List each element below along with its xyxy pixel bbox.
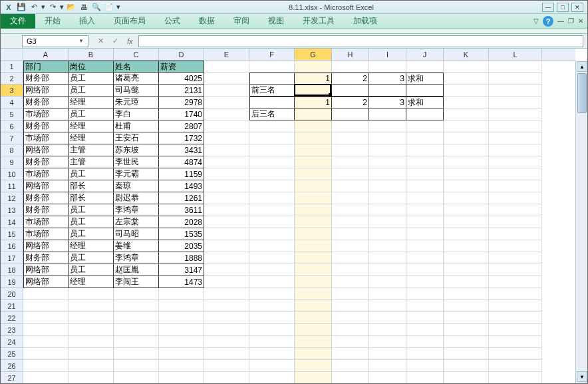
cell-L13[interactable] bbox=[489, 204, 542, 216]
save-icon[interactable]: 💾 bbox=[16, 2, 27, 13]
cell-B22[interactable] bbox=[69, 312, 114, 324]
cell-F3[interactable]: 前三名 bbox=[249, 85, 295, 96]
cell-I17[interactable] bbox=[369, 252, 406, 264]
doc-close-icon[interactable]: ✕ bbox=[578, 17, 583, 25]
row-header-27[interactable]: 27 bbox=[1, 372, 23, 384]
cell-K4[interactable] bbox=[444, 96, 489, 108]
row-header-26[interactable]: 26 bbox=[1, 360, 23, 372]
cell-A12[interactable]: 财务部 bbox=[23, 192, 69, 204]
cell-K21[interactable] bbox=[444, 300, 489, 312]
cell-A20[interactable] bbox=[23, 288, 69, 300]
cell-K26[interactable] bbox=[444, 360, 489, 372]
cell-E24[interactable] bbox=[204, 336, 249, 348]
cell-C25[interactable] bbox=[114, 348, 159, 360]
cell-E13[interactable] bbox=[204, 204, 249, 216]
cell-D8[interactable]: 3431 bbox=[159, 144, 204, 156]
cells-area[interactable]: 部门岗位姓名薪资财务部员工诸葛亮4025123求和网络部员工司马懿2131前三名… bbox=[23, 61, 575, 383]
cell-F18[interactable] bbox=[249, 264, 295, 276]
cell-I11[interactable] bbox=[369, 180, 406, 192]
cell-E23[interactable] bbox=[204, 324, 249, 336]
close-button[interactable]: ✕ bbox=[571, 3, 583, 12]
tab-insert[interactable]: 插入 bbox=[70, 14, 104, 29]
tab-file[interactable]: 文件 bbox=[1, 14, 35, 29]
cell-C4[interactable]: 朱元璋 bbox=[114, 96, 159, 108]
cell-L5[interactable] bbox=[489, 108, 542, 120]
cell-H21[interactable] bbox=[332, 300, 369, 312]
col-header-J[interactable]: J bbox=[406, 49, 444, 60]
cell-L19[interactable] bbox=[489, 276, 542, 288]
cell-L8[interactable] bbox=[489, 144, 542, 156]
row-header-19[interactable]: 19 bbox=[1, 276, 23, 288]
cell-H17[interactable] bbox=[332, 252, 369, 264]
cell-C23[interactable] bbox=[114, 324, 159, 336]
cell-A8[interactable]: 网络部 bbox=[23, 144, 69, 156]
cell-H19[interactable] bbox=[332, 276, 369, 288]
cell-A14[interactable]: 市场部 bbox=[23, 216, 69, 228]
row-header-1[interactable]: 1 bbox=[1, 61, 23, 73]
cell-J9[interactable] bbox=[406, 156, 444, 168]
cell-J4[interactable]: 求和 bbox=[406, 96, 444, 108]
cell-B20[interactable] bbox=[69, 288, 114, 300]
col-header-D[interactable]: D bbox=[159, 49, 204, 60]
cell-D17[interactable]: 1888 bbox=[159, 252, 204, 264]
row-header-16[interactable]: 16 bbox=[1, 240, 23, 252]
cell-H18[interactable] bbox=[332, 264, 369, 276]
cell-K9[interactable] bbox=[444, 156, 489, 168]
cell-K12[interactable] bbox=[444, 192, 489, 204]
cell-I12[interactable] bbox=[369, 192, 406, 204]
cell-L26[interactable] bbox=[489, 360, 542, 372]
cell-J24[interactable] bbox=[406, 336, 444, 348]
cell-F13[interactable] bbox=[249, 204, 295, 216]
name-box-dropdown-icon[interactable]: ▼ bbox=[78, 38, 84, 44]
row-header-22[interactable]: 22 bbox=[1, 312, 23, 324]
cell-C21[interactable] bbox=[114, 300, 159, 312]
cell-D10[interactable]: 1159 bbox=[159, 168, 204, 180]
cell-B17[interactable]: 员工 bbox=[69, 252, 114, 264]
doc-restore-icon[interactable]: ❐ bbox=[568, 17, 574, 25]
cell-K19[interactable] bbox=[444, 276, 489, 288]
cell-G22[interactable] bbox=[295, 312, 332, 324]
enter-formula-icon[interactable]: ✓ bbox=[108, 35, 122, 47]
col-header-K[interactable]: K bbox=[444, 49, 489, 60]
cell-B26[interactable] bbox=[69, 360, 114, 372]
cell-A1[interactable]: 部门 bbox=[23, 61, 69, 73]
cell-K24[interactable] bbox=[444, 336, 489, 348]
cell-B27[interactable] bbox=[69, 372, 114, 383]
cell-D7[interactable]: 1732 bbox=[159, 132, 204, 144]
cell-I2[interactable]: 3 bbox=[369, 73, 406, 85]
row-header-9[interactable]: 9 bbox=[1, 156, 23, 168]
cell-F10[interactable] bbox=[249, 168, 295, 180]
cell-H26[interactable] bbox=[332, 360, 369, 372]
cell-E12[interactable] bbox=[204, 192, 249, 204]
cell-J3[interactable] bbox=[406, 85, 444, 96]
cell-C24[interactable] bbox=[114, 336, 159, 348]
cell-F14[interactable] bbox=[249, 216, 295, 228]
cell-D18[interactable]: 3147 bbox=[159, 264, 204, 276]
cell-H10[interactable] bbox=[332, 168, 369, 180]
cell-L20[interactable] bbox=[489, 288, 542, 300]
cell-F27[interactable] bbox=[249, 372, 295, 383]
cell-K25[interactable] bbox=[444, 348, 489, 360]
cell-C6[interactable]: 杜甫 bbox=[114, 120, 159, 132]
cell-J25[interactable] bbox=[406, 348, 444, 360]
cell-A21[interactable] bbox=[23, 300, 69, 312]
cell-G4[interactable]: 1 bbox=[295, 96, 332, 108]
cell-A3[interactable]: 网络部 bbox=[23, 85, 69, 96]
cell-F19[interactable] bbox=[249, 276, 295, 288]
row-header-18[interactable]: 18 bbox=[1, 264, 23, 276]
cell-G10[interactable] bbox=[295, 168, 332, 180]
cell-H27[interactable] bbox=[332, 372, 369, 383]
tab-view[interactable]: 视图 bbox=[259, 14, 293, 29]
cell-B5[interactable]: 员工 bbox=[69, 108, 114, 120]
row-header-23[interactable]: 23 bbox=[1, 324, 23, 336]
cell-G26[interactable] bbox=[295, 360, 332, 372]
cell-I3[interactable] bbox=[369, 85, 406, 96]
cell-A17[interactable]: 财务部 bbox=[23, 252, 69, 264]
cell-K16[interactable] bbox=[444, 240, 489, 252]
cell-G15[interactable] bbox=[295, 228, 332, 240]
cell-G7[interactable] bbox=[295, 132, 332, 144]
cell-I9[interactable] bbox=[369, 156, 406, 168]
cell-I8[interactable] bbox=[369, 144, 406, 156]
name-box[interactable]: G3 ▼ bbox=[22, 35, 88, 47]
cell-B12[interactable]: 部长 bbox=[69, 192, 114, 204]
